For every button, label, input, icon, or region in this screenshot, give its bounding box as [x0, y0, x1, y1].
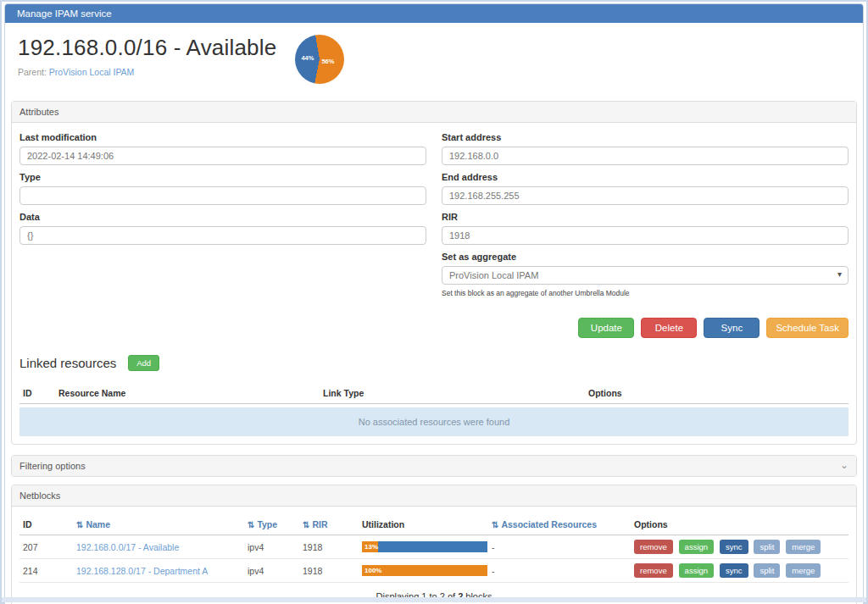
rir-label: RIR — [442, 212, 849, 222]
end-address-label: End address — [442, 172, 849, 182]
nb-col-type-sort[interactable]: ⇅Type — [244, 514, 299, 535]
type-label: Type — [19, 172, 426, 182]
nb-col-id: ID — [19, 514, 73, 535]
parent-label: Parent: — [18, 67, 47, 77]
sort-icon: ⇅ — [492, 520, 498, 529]
split-button[interactable]: split — [754, 563, 780, 578]
parent-link[interactable]: ProVision Local IPAM — [49, 67, 135, 77]
assign-button[interactable]: assign — [679, 563, 714, 578]
linked-resources-title: Linked resources — [19, 356, 116, 370]
start-address-input[interactable] — [442, 147, 849, 165]
sort-icon: ⇅ — [248, 520, 254, 529]
netblocks-card-body: ID ⇅Name ⇅Type ⇅RIR Utilization ⇅Associa… — [12, 507, 856, 604]
delete-button[interactable]: Delete — [641, 318, 697, 338]
add-linked-resource-button[interactable]: Add — [128, 355, 159, 371]
utilization-pie-chart: 56% 44% — [295, 35, 344, 84]
nb-col-rir-label: RIR — [312, 519, 327, 529]
field-data: Data — [19, 212, 426, 245]
page-body: 192.168.0.0/16 - Available Parent: ProVi… — [5, 23, 863, 604]
nb-row-options: remove assign sync split merge — [631, 559, 849, 583]
netblock-row: 207 192.168.0.0/17 - Available ipv4 1918… — [19, 535, 849, 559]
sync-row-button[interactable]: sync — [720, 563, 748, 578]
empty-state-row: No associated resources were found — [19, 407, 849, 436]
linked-resources-header-row: ID Resource Name Link Type Options — [19, 383, 849, 404]
utilization-fill: 13% — [362, 541, 378, 552]
filtering-options-header[interactable]: ⌄ Filtering options — [12, 456, 856, 476]
start-address-label: Start address — [442, 132, 849, 142]
sync-row-button[interactable]: sync — [720, 540, 748, 554]
nb-row-id: 207 — [19, 535, 73, 559]
attributes-card: Attributes Last modification Type — [11, 101, 857, 445]
netblocks-header-row: ID ⇅Name ⇅Type ⇅RIR Utilization ⇅Associa… — [19, 514, 849, 535]
overview-text: 192.168.0.0/16 - Available Parent: ProVi… — [18, 31, 276, 77]
utilization-bar: 13% — [362, 541, 487, 552]
attributes-card-body: Last modification Type Data — [12, 123, 856, 444]
nb-col-rir-sort[interactable]: ⇅RIR — [299, 514, 359, 535]
browser-viewport: Manage IPAM service 192.168.0.0/16 - Ava… — [0, 0, 868, 604]
select-caret-icon: ▾ — [837, 269, 842, 279]
remove-button[interactable]: remove — [634, 540, 673, 554]
field-start-address: Start address — [442, 132, 849, 165]
pie-slice-label-free: 44% — [301, 54, 314, 62]
split-button[interactable]: split — [754, 540, 780, 554]
last-modification-input[interactable] — [19, 147, 426, 165]
nb-row-rir: 1918 — [299, 535, 359, 559]
nb-row-associated: - — [488, 535, 631, 559]
aggregate-select[interactable]: ProVision Local IPAM ▾ — [442, 266, 849, 285]
attributes-card-header: Attributes — [12, 102, 856, 123]
data-label: Data — [19, 212, 426, 222]
page-header: Manage IPAM service — [5, 4, 863, 23]
sort-icon: ⇅ — [76, 520, 83, 529]
end-address-input[interactable] — [442, 186, 849, 205]
parent-line: Parent: ProVision Local IPAM — [18, 67, 276, 77]
merge-button[interactable]: merge — [786, 563, 821, 578]
nb-row-type: ipv4 — [244, 535, 299, 559]
field-rir: RIR — [442, 212, 849, 245]
page-title: 192.168.0.0/16 - Available — [18, 35, 276, 61]
rir-input[interactable] — [442, 226, 849, 245]
remove-button[interactable]: remove — [634, 563, 673, 578]
attributes-form: Last modification Type Data — [19, 130, 849, 304]
action-buttons-row: Update Delete Sync Schedule Task — [19, 318, 849, 338]
utilization-bar: 100% — [362, 565, 487, 576]
netblocks-card-header: Netblocks — [12, 485, 856, 507]
nb-row-associated: - — [488, 559, 631, 583]
sync-button[interactable]: Sync — [704, 318, 760, 338]
data-input[interactable] — [19, 226, 426, 245]
nb-row-rir: 1918 — [299, 559, 359, 583]
netblock-link[interactable]: 192.168.128.0/17 - Department A — [76, 566, 208, 576]
field-end-address: End address — [442, 172, 849, 205]
overview-section: 192.168.0.0/16 - Available Parent: ProVi… — [18, 31, 850, 94]
netblocks-table: ID ⇅Name ⇅Type ⇅RIR Utilization ⇅Associa… — [19, 514, 849, 583]
netblock-row: 214 192.168.128.0/17 - Department A ipv4… — [19, 559, 849, 583]
form-column-left: Last modification Type Data — [19, 130, 426, 304]
aggregate-help-text: Set this block as an aggregate of anothe… — [442, 289, 849, 297]
nb-col-associated-sort[interactable]: ⇅Associated Resources — [488, 514, 631, 535]
filtering-options-title: Filtering options — [19, 461, 86, 471]
assign-button[interactable]: assign — [679, 540, 714, 554]
nb-col-name-label: Name — [86, 519, 110, 529]
nb-col-name-sort[interactable]: ⇅Name — [73, 514, 244, 535]
nb-row-options: remove assign sync split merge — [631, 535, 849, 559]
field-type: Type — [19, 172, 426, 205]
schedule-task-button[interactable]: Schedule Task — [766, 318, 849, 338]
empty-state-message: No associated resources were found — [19, 407, 849, 436]
manage-ipam-panel: Manage IPAM service 192.168.0.0/16 - Ava… — [4, 3, 864, 604]
merge-button[interactable]: merge — [786, 540, 821, 554]
update-button[interactable]: Update — [578, 318, 634, 338]
field-set-as-aggregate: Set as aggregate ProVision Local IPAM ▾ … — [442, 252, 849, 297]
lr-col-options: Options — [585, 383, 849, 404]
aggregate-label: Set as aggregate — [442, 252, 849, 262]
netblock-link[interactable]: 192.168.0.0/17 - Available — [76, 542, 179, 552]
linked-resources-header: Linked resources Add — [19, 355, 849, 371]
nb-col-associated-label: Associated Resources — [501, 519, 597, 529]
nb-col-options: Options — [631, 514, 849, 535]
filtering-options-card: ⌄ Filtering options — [11, 455, 857, 477]
sort-icon: ⇅ — [303, 520, 309, 529]
chevron-down-icon[interactable]: ⌄ — [840, 461, 849, 469]
lr-col-link-type: Link Type — [320, 383, 585, 404]
bottom-window-strip — [2, 597, 866, 602]
type-input[interactable] — [19, 186, 426, 205]
lr-col-resource-name: Resource Name — [55, 383, 320, 404]
form-column-right: Start address End address RIR — [442, 130, 849, 304]
